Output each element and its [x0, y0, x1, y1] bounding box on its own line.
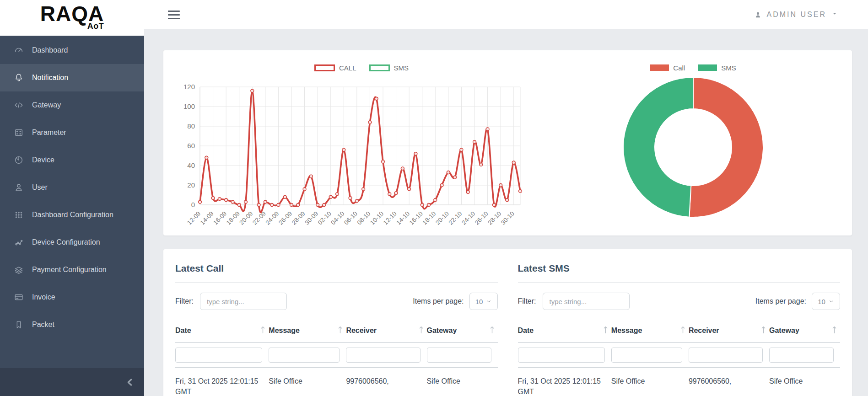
table-header-row: Date Message Receiver Gateway — [175, 319, 498, 342]
sidebar-nav: Dashboard Notification Gateway Parameter… — [0, 36, 144, 338]
sidebar-item-parameter[interactable]: Parameter — [0, 119, 144, 146]
nodes-icon — [14, 237, 24, 247]
svg-text:16-09: 16-09 — [212, 210, 228, 226]
sidebar-item-label: Payment Configuration — [32, 266, 107, 274]
legend-item-call[interactable]: Call — [650, 64, 685, 72]
layers-icon — [14, 265, 24, 275]
gateway-column-filter-input[interactable] — [427, 348, 491, 363]
sidebar-item-label: Invoice — [32, 293, 55, 301]
logo-title: RAQA — [40, 5, 104, 23]
topbar: ADMIN USER — [144, 0, 868, 29]
legend-item-sms[interactable]: SMS — [369, 64, 409, 72]
receiver-column-filter-input[interactable] — [346, 348, 420, 363]
sidebar-item-device[interactable]: Device — [0, 146, 144, 174]
sidebar-item-packet[interactable]: Packet — [0, 311, 144, 338]
filter-input[interactable] — [543, 293, 630, 310]
chevron-down-icon — [486, 299, 491, 304]
sidebar-item-device-configuration[interactable]: Device Configuration — [0, 229, 144, 256]
svg-text:120: 120 — [183, 83, 195, 91]
filter-label: Filter: — [518, 297, 536, 305]
items-per-page-select[interactable]: 10 — [812, 293, 840, 310]
collapse-sidebar-button[interactable] — [124, 376, 136, 388]
date-column-filter-input[interactable] — [175, 348, 262, 363]
chevron-down-icon — [829, 299, 834, 304]
sidebar-item-label: Dashboard Configuration — [32, 211, 113, 219]
message-cell: Sife Office — [611, 368, 689, 396]
chevron-left-icon — [124, 376, 136, 388]
sort-arrow-icon — [337, 325, 343, 336]
legend-item-sms[interactable]: SMS — [698, 64, 736, 72]
user-menu[interactable]: ADMIN USER — [754, 11, 838, 19]
line-chart: 02040608010012012-0914-0916-0918-0920-09… — [171, 73, 528, 234]
svg-text:06-10: 06-10 — [343, 210, 359, 226]
svg-text:18-10: 18-10 — [421, 210, 437, 226]
svg-text:80: 80 — [187, 122, 195, 130]
svg-text:14-10: 14-10 — [395, 210, 411, 226]
legend-item-call[interactable]: CALL — [314, 64, 356, 72]
items-per-page-label: Items per page: — [413, 297, 464, 305]
column-header-gateway[interactable]: Gateway — [769, 319, 840, 342]
user-label: ADMIN USER — [767, 11, 826, 19]
filter-label: Filter: — [175, 297, 194, 305]
calculator-icon — [14, 128, 24, 138]
svg-text:02-10: 02-10 — [317, 210, 333, 226]
sidebar-item-invoice[interactable]: Invoice — [0, 284, 144, 311]
sidebar-item-payment-configuration[interactable]: Payment Configuration — [0, 256, 144, 284]
sidebar-item-gateway[interactable]: Gateway — [0, 91, 144, 119]
svg-text:14-09: 14-09 — [199, 210, 215, 226]
svg-text:20-10: 20-10 — [434, 210, 450, 226]
sort-arrow-icon — [418, 325, 424, 336]
sidebar-item-label: Dashboard — [32, 46, 68, 54]
sort-arrow-icon — [831, 325, 837, 336]
column-header-receiver[interactable]: Receiver — [689, 319, 769, 342]
column-header-gateway[interactable]: Gateway — [427, 319, 498, 342]
svg-text:20-09: 20-09 — [238, 210, 254, 226]
sidebar-footer — [0, 368, 144, 396]
bookmark-icon — [14, 320, 24, 330]
line-chart-panel: CALL SMS 02040608010012012-0914-0916-091… — [163, 50, 534, 235]
sort-arrow-icon — [680, 325, 686, 336]
column-header-date[interactable]: Date — [518, 319, 611, 342]
receiver-column-filter-input[interactable] — [689, 348, 763, 363]
items-per-page-select[interactable]: 10 — [469, 293, 498, 310]
column-header-receiver[interactable]: Receiver — [346, 319, 426, 342]
svg-text:30-09: 30-09 — [303, 210, 319, 226]
chevron-down-icon — [831, 11, 838, 19]
items-per-page-label: Items per page: — [755, 297, 806, 305]
latest-call-panel: Latest Call Filter: Items per page: 10 D… — [175, 258, 498, 396]
message-cell: Sife Office — [269, 368, 346, 396]
filter-input[interactable] — [200, 293, 287, 310]
sort-arrow-icon — [260, 325, 266, 336]
credit-card-icon — [14, 292, 24, 302]
gauge-icon — [14, 45, 24, 55]
svg-text:24-09: 24-09 — [264, 210, 280, 226]
bell-icon — [14, 73, 24, 83]
donut-chart-panel: Call SMS — [534, 50, 852, 235]
donut-chart — [620, 74, 766, 220]
sidebar-item-dashboard[interactable]: Dashboard — [0, 37, 144, 64]
svg-text:40: 40 — [187, 161, 195, 169]
table-row: Fri, 31 Oct 2025 12:01:15 GMT Sife Offic… — [518, 368, 841, 396]
column-header-message[interactable]: Message — [611, 319, 689, 342]
user-icon — [754, 11, 762, 19]
svg-text:28-09: 28-09 — [291, 210, 307, 226]
sidebar-item-notification[interactable]: Notification — [0, 64, 144, 91]
hamburger-menu-icon[interactable] — [167, 9, 181, 21]
message-column-filter-input[interactable] — [269, 348, 340, 363]
sort-arrow-icon — [760, 325, 766, 336]
items-per-page-value: 10 — [818, 298, 825, 305]
tables-card: Latest Call Filter: Items per page: 10 D… — [163, 249, 852, 396]
column-header-date[interactable]: Date — [175, 319, 269, 342]
divider — [518, 282, 841, 283]
sidebar-item-dashboard-configuration[interactable]: Dashboard Configuration — [0, 201, 144, 229]
sidebar-item-user[interactable]: User — [0, 174, 144, 201]
message-column-filter-input[interactable] — [611, 348, 682, 363]
column-header-message[interactable]: Message — [269, 319, 346, 342]
call-legend-swatch — [650, 64, 669, 71]
svg-text:20: 20 — [187, 181, 195, 189]
column-filter-row — [518, 342, 841, 368]
sidebar-item-label: Packet — [32, 321, 54, 329]
date-column-filter-input[interactable] — [518, 348, 605, 363]
sort-arrow-icon — [489, 325, 495, 336]
gateway-column-filter-input[interactable] — [769, 348, 834, 363]
